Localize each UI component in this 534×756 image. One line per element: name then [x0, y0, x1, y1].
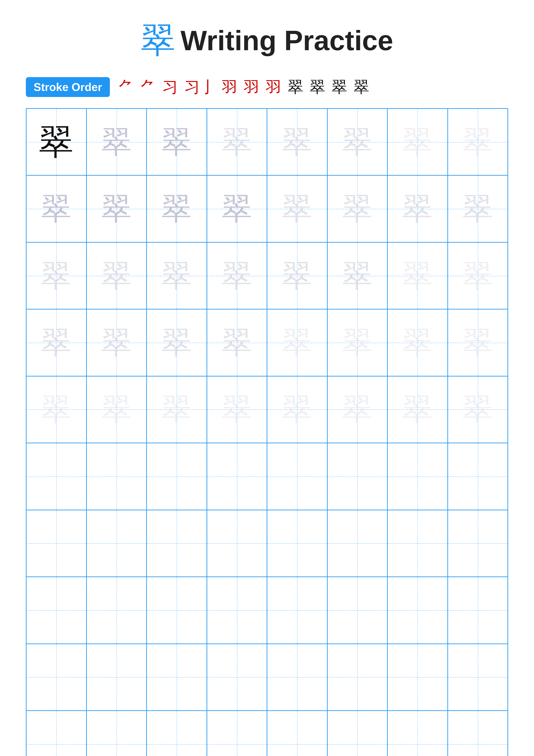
grid-cell-10-3[interactable] [147, 711, 207, 756]
char-light: 翠 [342, 328, 372, 358]
grid-row-4: 翠 翠 翠 翠 翠 翠 翠 翠 [27, 310, 507, 376]
grid-cell-10-5[interactable] [267, 711, 328, 756]
grid-cell-3-5[interactable]: 翠 [267, 243, 328, 309]
grid-cell-9-1[interactable] [27, 644, 87, 710]
grid-cell-8-5[interactable] [267, 577, 328, 643]
grid-cell-3-1[interactable]: 翠 [27, 243, 87, 309]
grid-cell-1-5[interactable]: 翠 [267, 109, 328, 175]
grid-cell-2-5[interactable]: 翠 [267, 176, 328, 242]
grid-cell-1-2[interactable]: 翠 [87, 109, 147, 175]
stroke-step-7: 羽 [266, 77, 281, 97]
grid-cell-4-2[interactable]: 翠 [87, 310, 147, 376]
grid-cell-3-2[interactable]: 翠 [87, 243, 147, 309]
grid-row-9 [27, 644, 507, 711]
stroke-step-8: 翠 [288, 77, 303, 97]
grid-cell-7-3[interactable] [147, 510, 207, 577]
stroke-step-9: 翠 [310, 77, 325, 97]
grid-cell-7-6[interactable] [328, 510, 388, 577]
grid-cell-10-4[interactable] [207, 711, 267, 756]
grid-row-5: 翠 翠 翠 翠 翠 翠 翠 翠 [27, 376, 507, 443]
grid-cell-10-6[interactable] [328, 711, 388, 756]
grid-cell-2-7[interactable]: 翠 [388, 176, 448, 242]
grid-row-2: 翠 翠 翠 翠 翠 翠 翠 翠 [27, 176, 507, 242]
grid-cell-9-7[interactable] [388, 644, 448, 710]
grid-cell-1-4[interactable]: 翠 [207, 109, 267, 175]
grid-cell-8-7[interactable] [388, 577, 448, 643]
grid-cell-2-8[interactable]: 翠 [448, 176, 508, 242]
grid-cell-5-7[interactable]: 翠 [388, 376, 448, 443]
grid-cell-8-6[interactable] [328, 577, 388, 643]
grid-cell-4-6[interactable]: 翠 [328, 310, 388, 376]
grid-cell-5-3[interactable]: 翠 [147, 376, 207, 443]
grid-cell-6-1[interactable] [27, 443, 87, 509]
grid-cell-8-3[interactable] [147, 577, 207, 643]
grid-cell-6-5[interactable] [267, 443, 328, 509]
grid-cell-3-8[interactable]: 翠 [448, 243, 508, 309]
grid-cell-1-6[interactable]: 翠 [328, 109, 388, 175]
grid-cell-7-4[interactable] [207, 510, 267, 577]
char-light: 翠 [101, 394, 132, 424]
grid-cell-3-3[interactable]: 翠 [147, 243, 207, 309]
grid-cell-10-8[interactable] [448, 711, 508, 756]
grid-cell-6-8[interactable] [448, 443, 508, 509]
stroke-order-row: Stroke Order ⺈ ⺈ 习 习亅 羽 羽 羽 翠 翠 翠 翠 [26, 77, 508, 97]
grid-cell-5-1[interactable]: 翠 [27, 376, 87, 443]
grid-cell-5-6[interactable]: 翠 [328, 376, 388, 443]
grid-cell-10-2[interactable] [87, 711, 147, 756]
char-light: 翠 [162, 328, 192, 358]
grid-cell-3-7[interactable]: 翠 [388, 243, 448, 309]
grid-cell-9-3[interactable] [147, 644, 207, 710]
grid-cell-1-3[interactable]: 翠 [147, 109, 207, 175]
grid-cell-2-1[interactable]: 翠 [27, 176, 87, 242]
char-light: 翠 [342, 194, 372, 224]
grid-cell-8-2[interactable] [87, 577, 147, 643]
grid-cell-4-1[interactable]: 翠 [27, 310, 87, 376]
grid-cell-7-5[interactable] [267, 510, 328, 577]
grid-cell-5-2[interactable]: 翠 [87, 376, 147, 443]
grid-cell-5-5[interactable]: 翠 [267, 376, 328, 443]
grid-cell-8-4[interactable] [207, 577, 267, 643]
grid-cell-8-8[interactable] [448, 577, 508, 643]
grid-cell-4-7[interactable]: 翠 [388, 310, 448, 376]
grid-cell-6-3[interactable] [147, 443, 207, 509]
grid-cell-8-1[interactable] [27, 577, 87, 643]
grid-cell-9-6[interactable] [328, 644, 388, 710]
grid-cell-5-4[interactable]: 翠 [207, 376, 267, 443]
practice-grid: 翠 翠 翠 翠 翠 翠 翠 翠 翠 翠 翠 [26, 108, 508, 756]
grid-cell-6-6[interactable] [328, 443, 388, 509]
grid-cell-7-2[interactable] [87, 510, 147, 577]
grid-cell-4-4[interactable]: 翠 [207, 310, 267, 376]
stroke-step-11: 翠 [354, 77, 369, 97]
grid-cell-6-7[interactable] [388, 443, 448, 509]
grid-cell-4-3[interactable]: 翠 [147, 310, 207, 376]
grid-cell-6-4[interactable] [207, 443, 267, 509]
char-light: 翠 [41, 261, 71, 291]
grid-cell-10-1[interactable] [27, 711, 87, 756]
grid-cell-5-8[interactable]: 翠 [448, 376, 508, 443]
grid-cell-9-8[interactable] [448, 644, 508, 710]
grid-cell-7-8[interactable] [448, 510, 508, 577]
grid-cell-1-1[interactable]: 翠 [27, 109, 87, 175]
grid-cell-2-3[interactable]: 翠 [147, 176, 207, 242]
stroke-step-4: 习亅 [184, 77, 216, 97]
grid-cell-9-4[interactable] [207, 644, 267, 710]
grid-cell-4-5[interactable]: 翠 [267, 310, 328, 376]
char-light: 翠 [402, 394, 433, 424]
grid-cell-7-1[interactable] [27, 510, 87, 577]
grid-cell-4-8[interactable]: 翠 [448, 310, 508, 376]
grid-cell-9-5[interactable] [267, 644, 328, 710]
grid-cell-1-8[interactable]: 翠 [448, 109, 508, 175]
grid-cell-3-4[interactable]: 翠 [207, 243, 267, 309]
grid-cell-2-2[interactable]: 翠 [87, 176, 147, 242]
grid-row-8 [27, 577, 507, 644]
char-light: 翠 [402, 261, 433, 291]
grid-cell-6-2[interactable] [87, 443, 147, 509]
grid-cell-2-4[interactable]: 翠 [207, 176, 267, 242]
grid-cell-1-7[interactable]: 翠 [388, 109, 448, 175]
grid-cell-3-6[interactable]: 翠 [328, 243, 388, 309]
grid-cell-2-6[interactable]: 翠 [328, 176, 388, 242]
grid-cell-7-7[interactable] [388, 510, 448, 577]
grid-cell-9-2[interactable] [87, 644, 147, 710]
grid-cell-10-7[interactable] [388, 711, 448, 756]
char-light: 翠 [402, 328, 433, 358]
